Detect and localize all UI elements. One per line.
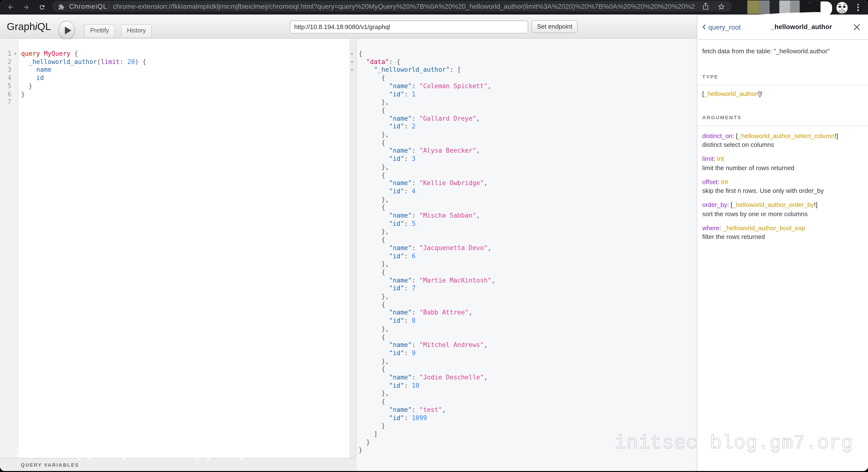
redacted-extension-icons (747, 0, 800, 14)
doc-arg-description: limit the number of rows returned (702, 164, 794, 171)
line-number: 7 (0, 98, 11, 106)
graphiql-logo: GraphiQL (7, 14, 51, 39)
line-number: 3 (0, 66, 11, 74)
doc-explorer-header: query_root _helloworld_author (697, 14, 868, 39)
doc-arg-description: filter the rows returned (702, 233, 765, 240)
forward-button[interactable] (20, 0, 32, 14)
endpoint-input[interactable] (290, 20, 528, 33)
avatar[interactable] (837, 2, 848, 13)
doc-arg-distinct_on[interactable]: distinct_on: [_helloworld_author_select_… (702, 132, 838, 139)
doc-arg-offset[interactable]: offset: Int (702, 178, 728, 185)
share-icon[interactable] (702, 2, 709, 12)
line-number: 6 (0, 90, 11, 98)
code-line: { (359, 50, 363, 58)
code-line: "name": "Babb Attree", (359, 309, 472, 317)
doc-type-value[interactable]: [_helloworld_author!]! (702, 90, 763, 97)
code-line: "id": 4 (359, 188, 415, 195)
graphiql-toolbar: GraphiQL Prettify History Set endpoint (0, 14, 697, 39)
doc-arg-limit[interactable]: limit: Int (702, 155, 724, 162)
extension-puzzle-icon (58, 3, 64, 12)
fold-arrow-icon[interactable]: ▾ (351, 66, 353, 74)
code-line: "name": "Alysa Beecker", (359, 147, 480, 155)
line-number: 1 (0, 50, 11, 58)
code-line: { (359, 139, 385, 147)
code-line: "name": "Mischa Sabban", (359, 212, 480, 220)
code-line: { (359, 236, 385, 244)
code-line: "id": 2 (359, 123, 415, 131)
result-fold-gutter (349, 39, 356, 471)
code-line: "id": 8 (359, 317, 415, 325)
code-line: { (359, 269, 385, 277)
code-line: { (359, 366, 385, 374)
query-variables-bar[interactable]: QUERY VARIABLES (0, 458, 357, 471)
code-line: }, (359, 357, 389, 366)
prettify-button[interactable]: Prettify (84, 24, 115, 37)
code-line: "id": 5 (359, 220, 415, 228)
set-endpoint-button[interactable]: Set endpoint (532, 20, 578, 33)
doc-title: _helloworld_author (771, 14, 832, 39)
extension-title: ChromeiQL (69, 0, 107, 12)
play-icon (65, 26, 71, 34)
code-line: "id": 1 (359, 90, 415, 98)
close-icon (853, 24, 860, 31)
query-editor[interactable]: 1▾query MyQuery {2 _helloworld_author(li… (0, 39, 349, 458)
code-line: "id": 7 (359, 285, 415, 293)
code-line: }, (359, 325, 389, 333)
code-line: } (359, 422, 385, 430)
code-line: { (359, 204, 385, 212)
code-line: }, (359, 98, 389, 106)
code-line: "name": "Gallard Dreye", (359, 115, 480, 123)
chevron-left-icon (702, 25, 705, 30)
code-line: { (359, 171, 385, 179)
fold-arrow-icon[interactable]: ▾ (14, 50, 17, 58)
line-number: 2 (0, 58, 11, 66)
line-number: 5 (0, 83, 11, 90)
code-line: }, (359, 260, 389, 268)
doc-arg-order_by[interactable]: order_by: [_helloworld_author_order_by!] (702, 201, 817, 209)
bookmark-star-icon[interactable] (717, 3, 725, 12)
doc-args-section-label: ARGUMENTS (702, 114, 742, 120)
code-line: { (359, 398, 385, 406)
code-line: "name": "Kellie Owbridge", (359, 179, 488, 187)
fold-arrow-icon[interactable]: ▾ (351, 58, 353, 66)
code-line: { (359, 106, 385, 115)
code-line: "data": { (359, 58, 400, 66)
fold-arrow-icon[interactable]: ▾ (351, 50, 353, 58)
doc-description: fetch data from the table: "_helloworld.… (702, 48, 830, 55)
code-line: _helloworld_author(limit: 20) { (21, 58, 146, 66)
menu-dots-icon[interactable] (857, 4, 859, 12)
line-number: 4 (0, 74, 11, 82)
code-line: name (21, 66, 51, 74)
back-button[interactable] (4, 0, 17, 14)
doc-explorer: query_root _helloworld_author fetch data… (697, 14, 868, 471)
code-line: "name": "Jacquenetta Devo", (359, 244, 491, 252)
code-line: "_helloworld_author": [ (359, 66, 461, 74)
reload-button[interactable] (36, 0, 49, 14)
code-line: } (359, 446, 363, 454)
execute-button[interactable] (58, 21, 75, 39)
code-line: { (359, 74, 385, 82)
code-line: query MyQuery { (21, 50, 78, 58)
code-line: }, (359, 131, 389, 139)
url-text[interactable]: chrome-extension://fkkiamalmpiidkljmicmj… (113, 0, 694, 12)
code-line: }, (359, 195, 389, 203)
code-line: "name": "Coleman Spickett", (359, 83, 491, 90)
code-line: "id": 6 (359, 252, 415, 260)
browser-chrome-bar: ChromeiQL chrome-extension://fkkiamalmpi… (0, 0, 868, 14)
code-line: "id": 1099 (359, 414, 427, 422)
history-button[interactable]: History (121, 24, 152, 37)
code-line: }, (359, 228, 389, 236)
code-line: "name": "Martie MacKintosh", (359, 277, 495, 284)
code-line: "name": "Mitchel Andrews", (359, 341, 488, 349)
back-arrow-icon (7, 4, 14, 11)
omnibox-separator (108, 3, 109, 9)
browser-window: ChromeiQL chrome-extension://fkkiamalmpi… (0, 0, 868, 471)
doc-close-button[interactable] (853, 24, 860, 32)
doc-arg-where[interactable]: where: _helloworld_author_bool_exp (702, 224, 805, 231)
code-line: }, (359, 293, 389, 301)
code-line: { (359, 333, 385, 341)
doc-type-section-label: TYPE (702, 74, 718, 80)
doc-back-link[interactable]: query_root (702, 14, 741, 39)
code-line: } (21, 90, 25, 98)
redaction-dark-block (800, 0, 822, 13)
